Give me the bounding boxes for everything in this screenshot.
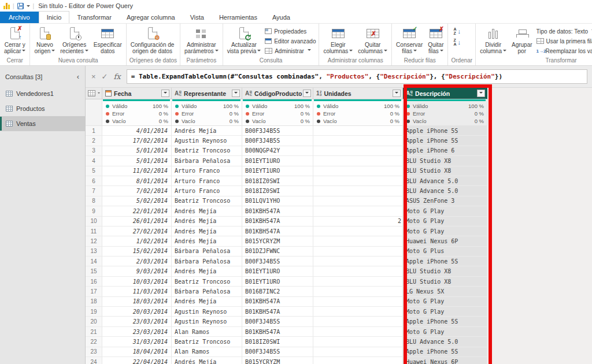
cell-representante[interactable]: Andrés Mejía [172, 217, 242, 226]
row-number[interactable]: 6 [86, 176, 102, 186]
cell-representante[interactable]: Andrés Mejía [172, 357, 242, 364]
cell-fecha[interactable]: 2/03/2014 [102, 257, 172, 266]
row-number[interactable]: 20 [86, 317, 102, 326]
row-number[interactable]: 2 [86, 136, 102, 146]
cell-unidades[interactable]: 2 [313, 217, 403, 226]
row-number[interactable]: 12 [86, 236, 102, 246]
cell-descripcion[interactable]: Moto G Play [403, 307, 487, 317]
cell-descripcion[interactable]: Apple iPhone 6 [403, 146, 487, 156]
filter-button[interactable] [393, 90, 401, 97]
cancel-icon[interactable]: × [91, 72, 96, 81]
cell-descripcion[interactable]: BLU Studio X8 [403, 277, 487, 287]
quitar-filas-button[interactable]: ✗ Quitar filas [426, 25, 446, 57]
cell-unidades[interactable] [313, 287, 403, 296]
cell-codigoproducto[interactable]: B01EYT1URO [242, 166, 313, 176]
filter-button[interactable] [477, 90, 485, 97]
cell-codigoproducto[interactable]: B01EYT1URO [242, 156, 313, 166]
cell-representante[interactable]: Alan Ramos [172, 327, 242, 337]
cell-fecha[interactable]: 5/01/2014 [102, 156, 172, 166]
row-number[interactable]: 13 [86, 247, 102, 257]
cell-descripcion[interactable]: Apple iPhone 5S [403, 347, 487, 357]
cell-representante[interactable]: Beatriz Troncoso [172, 146, 242, 156]
cell-descripcion[interactable]: BLU Studio X8 [403, 266, 487, 276]
cell-descripcion[interactable]: Apple iPhone 5S [403, 136, 487, 146]
cell-descripcion[interactable]: Apple iPhone 5S [403, 257, 487, 266]
row-number[interactable]: 18 [86, 297, 102, 307]
cell-unidades[interactable] [313, 266, 403, 276]
cell-unidades[interactable] [313, 176, 403, 186]
cell-representante[interactable]: Andrés Mejía [172, 206, 242, 216]
conservar-filas-button[interactable]: ✓ Conservar filas [394, 25, 425, 57]
cell-unidades[interactable] [313, 247, 403, 257]
row-number[interactable]: 11 [86, 226, 102, 236]
cell-unidades[interactable] [313, 307, 403, 317]
cell-codigoproducto[interactable]: B018IZ0SWI [242, 186, 313, 196]
cell-representante[interactable]: Agustin Reynoso [172, 317, 242, 326]
cell-unidades[interactable] [313, 166, 403, 176]
cell-unidades[interactable] [313, 196, 403, 206]
cell-fecha[interactable]: 5/02/2014 [102, 196, 172, 206]
agrupar-por-button[interactable]: Agrupar por [509, 25, 535, 57]
row-number[interactable]: 8 [86, 196, 102, 206]
cell-codigoproducto[interactable]: B00F3J4B5S [242, 126, 313, 136]
cell-unidades[interactable] [313, 347, 403, 357]
commit-icon[interactable]: ✓ [102, 72, 108, 81]
cell-fecha[interactable]: 31/03/2014 [102, 337, 172, 347]
cell-fecha[interactable]: 23/03/2014 [102, 317, 172, 326]
row-number[interactable]: 3 [86, 146, 102, 156]
cell-unidades[interactable] [313, 206, 403, 216]
cell-representante[interactable]: Andrés Mejía [172, 236, 242, 246]
cell-codigoproducto[interactable]: B00F3J4B5S [242, 136, 313, 146]
row-number[interactable]: 22 [86, 337, 102, 347]
cell-fecha[interactable]: 15/02/2014 [102, 247, 172, 257]
cell-unidades[interactable] [313, 297, 403, 307]
quick-access-caret-icon[interactable] [27, 5, 30, 9]
cell-descripcion[interactable]: BLU Studio X8 [403, 166, 487, 176]
cell-fecha[interactable]: 23/03/2014 [102, 327, 172, 337]
quitar-columnas-button[interactable]: ✗ Quitar columnas [356, 25, 390, 57]
cell-fecha[interactable]: 22/01/2014 [102, 206, 172, 216]
cell-unidades[interactable] [313, 337, 403, 347]
row-number[interactable]: 5 [86, 166, 102, 176]
actualizar-vista-previa-button[interactable]: Actualizar vista previa [225, 25, 264, 57]
row-number[interactable]: 4 [86, 156, 102, 166]
column-header-codigoproducto[interactable]: ABCCódigoProducto [242, 88, 313, 99]
cell-representante[interactable]: Andrés Mejía [172, 297, 242, 307]
cell-descripcion[interactable]: ASUS ZenFone 3 [403, 196, 487, 206]
cell-codigoproducto[interactable]: B015YCRYZM [242, 236, 313, 246]
cell-unidades[interactable] [313, 277, 403, 287]
save-icon[interactable] [17, 3, 24, 9]
cell-codigoproducto[interactable]: B01EYT1URO [242, 277, 313, 287]
cell-descripcion[interactable]: LG Nexus 5X [403, 287, 487, 296]
cell-fecha[interactable]: 11/02/2014 [102, 166, 172, 176]
cell-representante[interactable]: Bárbara Peñalosa [172, 287, 242, 296]
editor-avanzado-button[interactable]: Editor avanzado [264, 36, 317, 46]
cell-codigoproducto[interactable]: B01KBH547A [242, 217, 313, 226]
administrar-parametros-button[interactable]: Administrar parámetros [182, 25, 221, 57]
query-item-ventas[interactable]: Ventas [0, 116, 85, 131]
row-number[interactable]: 19 [86, 307, 102, 317]
cell-descripcion[interactable]: Moto G Plus [403, 247, 487, 257]
row-number[interactable]: 7 [86, 186, 102, 196]
query-item-productos[interactable]: Productos [0, 101, 85, 116]
filter-button[interactable] [303, 90, 311, 97]
formula-input[interactable]: = Table.ExpandTableColumn(#"Consultas co… [127, 69, 587, 84]
cell-unidades[interactable] [313, 236, 403, 246]
tab-vista[interactable]: Vista [183, 12, 212, 23]
cell-codigoproducto[interactable]: B018IZ0SWI [242, 337, 313, 347]
cell-representante[interactable]: Bárbara Peñalosa [172, 257, 242, 266]
cell-fecha[interactable]: 10/03/2014 [102, 277, 172, 287]
cell-unidades[interactable] [313, 136, 403, 146]
elegir-columnas-button[interactable]: Elegir columnas [321, 25, 355, 57]
cell-representante[interactable]: Bárbara Peñalosa [172, 156, 242, 166]
cell-fecha[interactable]: 1/02/2014 [102, 236, 172, 246]
row-number[interactable]: 1 [86, 126, 102, 136]
cell-codigoproducto[interactable]: B01LQV1YHO [242, 196, 313, 206]
cell-representante[interactable]: Andrés Mejía [172, 266, 242, 276]
cell-fecha[interactable]: 9/03/2014 [102, 266, 172, 276]
cell-fecha[interactable]: 20/03/2014 [102, 307, 172, 317]
cell-representante[interactable]: Agustin Reynoso [172, 136, 242, 146]
filter-button[interactable] [161, 90, 169, 97]
cell-fecha[interactable]: 26/01/2014 [102, 217, 172, 226]
row-number[interactable]: 23 [86, 347, 102, 357]
